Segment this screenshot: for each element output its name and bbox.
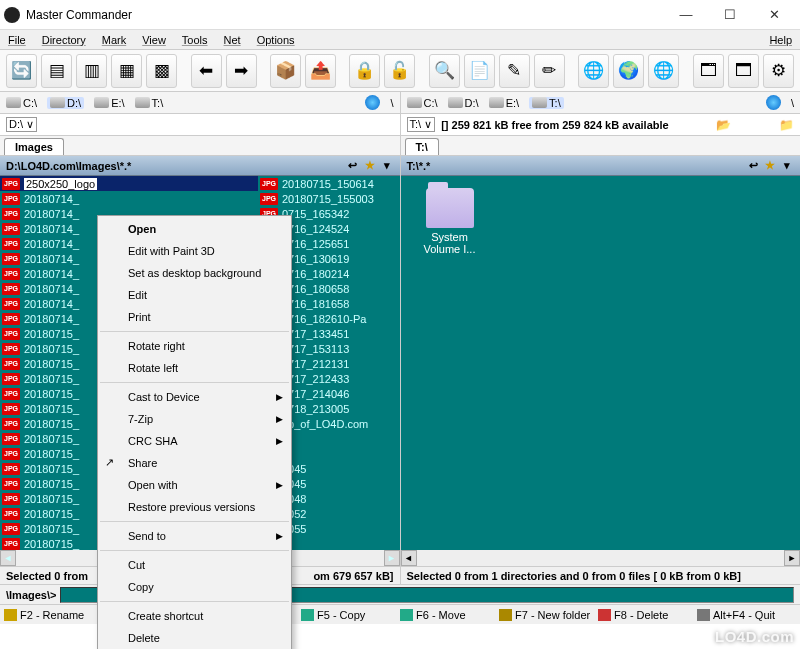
menu-directory[interactable]: Directory [42, 34, 86, 46]
view-detail-button[interactable]: ▥ [76, 54, 107, 88]
left-tab-images[interactable]: Images [4, 138, 64, 155]
globe-dl-button[interactable]: 🌐 [578, 54, 609, 88]
panel2-button[interactable]: 🗖 [728, 54, 759, 88]
folder-icon[interactable]: 📂 [716, 118, 731, 132]
folder-system-volume[interactable]: System Volume I... [413, 188, 487, 554]
menu-item-send-to[interactable]: Send to▶ [98, 525, 291, 547]
menu-item-cut[interactable]: Cut [98, 554, 291, 576]
right-file-list[interactable]: System Volume I... ◄ ► [401, 176, 801, 566]
fkey-F6[interactable]: F6 - Move [400, 609, 499, 621]
menu-item-set-as-desktop-background[interactable]: Set as desktop background [98, 262, 291, 284]
fkey-icon [499, 609, 512, 621]
menu-item-edit-with-paint-3d[interactable]: Edit with Paint 3D [98, 240, 291, 262]
view-dual-button[interactable]: ▦ [111, 54, 142, 88]
edit-button[interactable]: ✎ [499, 54, 530, 88]
right-tab-t[interactable]: T:\ [405, 138, 439, 155]
drive-tab-D[interactable]: D:\ [47, 97, 84, 109]
drive-tab-C[interactable]: C:\ [407, 97, 438, 109]
fkey-F8[interactable]: F8 - Delete [598, 609, 697, 621]
fkey-icon [598, 609, 611, 621]
dropdown-icon[interactable]: ▾ [380, 159, 394, 173]
star-icon[interactable]: ★ [363, 159, 377, 173]
menu-mark[interactable]: Mark [102, 34, 126, 46]
drive-tab-E[interactable]: E:\ [489, 97, 519, 109]
history-icon[interactable]: ↩ [746, 159, 760, 173]
menu-item-edit[interactable]: Edit [98, 284, 291, 306]
drive-tab-C[interactable]: C:\ [6, 97, 37, 109]
back-arrow-button[interactable]: ⬅ [191, 54, 222, 88]
menu-separator [100, 550, 289, 551]
right-column-header: T:\*.* ↩ ★ ▾ [401, 156, 801, 176]
scroll-left-icon[interactable]: ◄ [0, 550, 16, 566]
drive-tab-D[interactable]: D:\ [448, 97, 479, 109]
edit-yellow-button[interactable]: ✏ [534, 54, 565, 88]
menu-item-copy[interactable]: Copy [98, 576, 291, 598]
jpg-icon: JPG [2, 208, 20, 220]
right-scrollbar[interactable]: ◄ ► [401, 550, 801, 566]
main-toolbar: 🔄▤▥▦▩⬅➡📦📤🔒🔓🔍📄✎✏🌐🌍🌐🗔🗖⚙ [0, 50, 800, 92]
jpg-icon: JPG [2, 178, 20, 190]
menu-view[interactable]: View [142, 34, 166, 46]
menu-item-7-zip[interactable]: 7-Zip▶ [98, 408, 291, 430]
fwd-arrow-button[interactable]: ➡ [226, 54, 257, 88]
fkey-F5[interactable]: F5 - Copy [301, 609, 400, 621]
menu-item-share[interactable]: ↗Share [98, 452, 291, 474]
pack-button[interactable]: 📦 [270, 54, 301, 88]
network-icon[interactable] [766, 95, 781, 110]
menu-file[interactable]: File [8, 34, 26, 46]
menu-item-rotate-right[interactable]: Rotate right [98, 335, 291, 357]
scroll-right-icon[interactable]: ► [784, 550, 800, 566]
star-icon[interactable]: ★ [763, 159, 777, 173]
drive-tab-T[interactable]: T:\ [135, 97, 164, 109]
scroll-right-icon[interactable]: ► [384, 550, 400, 566]
history-icon[interactable]: ↩ [346, 159, 360, 173]
menu-item-open[interactable]: Open [98, 218, 291, 240]
jpg-icon: JPG [2, 283, 20, 295]
jpg-icon: JPG [2, 223, 20, 235]
file-row[interactable]: JPG20180715_155003 [258, 191, 400, 206]
menu-item-delete[interactable]: Delete [98, 627, 291, 649]
close-button[interactable]: ✕ [752, 1, 796, 29]
left-drive-select[interactable]: D:\ ∨ [6, 117, 37, 132]
notes-button[interactable]: 📄 [464, 54, 495, 88]
lock-button[interactable]: 🔒 [349, 54, 380, 88]
fkey-F7[interactable]: F7 - New folder [499, 609, 598, 621]
search-button[interactable]: 🔍 [429, 54, 460, 88]
menu-tools[interactable]: Tools [182, 34, 208, 46]
menu-item-print[interactable]: Print [98, 306, 291, 328]
new-folder-icon[interactable]: 📁 [779, 118, 794, 132]
view-grid-button[interactable]: ▩ [146, 54, 177, 88]
menu-item-open-with[interactable]: Open with▶ [98, 474, 291, 496]
file-row[interactable]: JPG20180714_ [0, 191, 258, 206]
view-list-button[interactable]: ▤ [41, 54, 72, 88]
network-icon[interactable] [365, 95, 380, 110]
dropdown-icon[interactable]: ▾ [780, 159, 794, 173]
menu-options[interactable]: Options [257, 34, 295, 46]
menu-help[interactable]: Help [769, 34, 792, 46]
globe-button[interactable]: 🌍 [613, 54, 644, 88]
globe-link-button[interactable]: 🌐 [648, 54, 679, 88]
menu-item-create-shortcut[interactable]: Create shortcut [98, 605, 291, 627]
right-drive-select[interactable]: T:\ ∨ [407, 117, 436, 132]
fkey-Alt+F4[interactable]: Alt+F4 - Quit [697, 609, 796, 621]
panel-button[interactable]: 🗔 [693, 54, 724, 88]
file-row[interactable]: JPG250x250_logo [0, 176, 258, 191]
fkey-F2[interactable]: F2 - Rename [4, 609, 103, 621]
menu-item-crc-sha[interactable]: CRC SHA▶ [98, 430, 291, 452]
menu-item-cast-to-device[interactable]: Cast to Device▶ [98, 386, 291, 408]
menu-item-rotate-left[interactable]: Rotate left [98, 357, 291, 379]
unpack-button[interactable]: 📤 [305, 54, 336, 88]
drive-tab-T[interactable]: T:\ [529, 97, 564, 109]
drive-tab-E[interactable]: E:\ [94, 97, 124, 109]
maximize-button[interactable]: ☐ [708, 1, 752, 29]
minimize-button[interactable]: — [664, 1, 708, 29]
file-row[interactable]: JPG20180715_150614 [258, 176, 400, 191]
menu-item-restore-previous-versions[interactable]: Restore previous versions [98, 496, 291, 518]
refresh-button[interactable]: 🔄 [6, 54, 37, 88]
unlock-button[interactable]: 🔓 [384, 54, 415, 88]
scroll-left-icon[interactable]: ◄ [401, 550, 417, 566]
jpg-icon: JPG [2, 268, 20, 280]
settings-button[interactable]: ⚙ [763, 54, 794, 88]
menu-net[interactable]: Net [224, 34, 241, 46]
drive-icon [6, 97, 21, 108]
